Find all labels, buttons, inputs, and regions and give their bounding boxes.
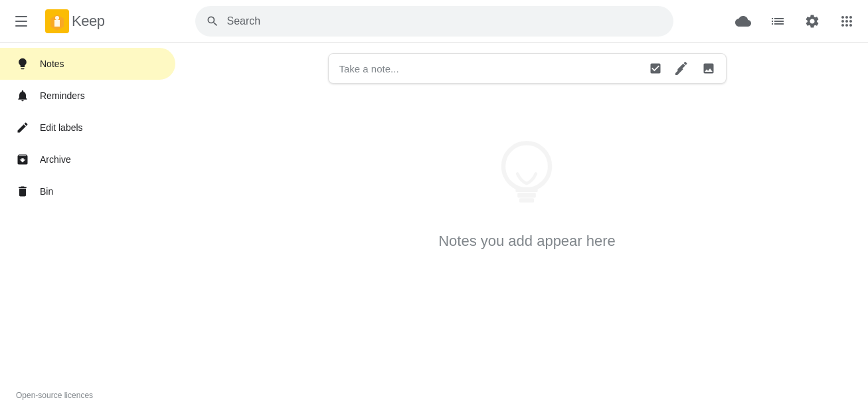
cloud-refresh-button[interactable]	[727, 5, 759, 37]
apps-icon	[839, 13, 855, 29]
hamburger-icon	[15, 16, 27, 27]
main-layout: Notes Reminders Edit labels Archive	[0, 43, 868, 416]
new-list-button[interactable]	[644, 56, 667, 80]
new-image-button[interactable]	[697, 56, 721, 80]
checkbox-icon	[649, 62, 662, 75]
search-input[interactable]	[227, 15, 663, 27]
settings-button[interactable]	[796, 5, 828, 37]
empty-bulb-icon	[487, 137, 566, 217]
cloud-icon	[735, 13, 751, 29]
app-title: Keep	[72, 13, 104, 30]
keep-logo-icon	[45, 9, 69, 33]
drawing-icon	[675, 62, 689, 75]
header-left: Keep	[5, 5, 165, 37]
sidebar-footer: Open-source licences	[0, 380, 186, 411]
menu-button[interactable]	[5, 5, 37, 37]
note-input-placeholder[interactable]: Take a note...	[329, 55, 644, 82]
sidebar-item-archive[interactable]: Archive	[0, 144, 175, 175]
empty-state-text: Notes you add appear here	[438, 233, 616, 250]
sidebar-item-edit-labels[interactable]: Edit labels	[0, 112, 175, 144]
bin-label: Bin	[40, 186, 53, 197]
list-view-button[interactable]	[762, 5, 794, 37]
app-header: Keep	[0, 0, 868, 43]
empty-state: Notes you add appear here	[438, 137, 616, 250]
settings-icon	[804, 13, 820, 29]
image-icon	[702, 62, 715, 75]
notes-label: Notes	[40, 58, 64, 69]
note-input-bar[interactable]: Take a note...	[328, 53, 727, 84]
bell-icon	[16, 89, 29, 102]
search-icon	[206, 15, 219, 28]
search-bar	[195, 6, 673, 37]
note-actions	[644, 56, 726, 80]
main-content: Take a note...	[186, 43, 868, 416]
pencil-icon	[16, 121, 29, 134]
svg-rect-5	[519, 198, 534, 202]
svg-rect-4	[518, 193, 537, 197]
new-drawing-button[interactable]	[670, 56, 694, 80]
sidebar: Notes Reminders Edit labels Archive	[0, 43, 186, 416]
apps-button[interactable]	[831, 5, 863, 37]
svg-rect-3	[516, 187, 538, 192]
edit-labels-label: Edit labels	[40, 122, 83, 133]
app-logo[interactable]: Keep	[40, 9, 110, 33]
bulb-icon	[16, 57, 29, 70]
svg-point-1	[55, 16, 59, 20]
open-source-link[interactable]: Open-source licences	[16, 391, 93, 400]
archive-label: Archive	[40, 154, 71, 165]
reminders-label: Reminders	[40, 90, 85, 101]
archive-icon	[16, 153, 29, 166]
header-right	[703, 5, 863, 37]
sidebar-item-bin[interactable]: Bin	[0, 175, 175, 207]
trash-icon	[16, 185, 29, 198]
sidebar-item-notes[interactable]: Notes	[0, 48, 175, 80]
sidebar-item-reminders[interactable]: Reminders	[0, 80, 175, 112]
list-view-icon	[770, 13, 786, 29]
